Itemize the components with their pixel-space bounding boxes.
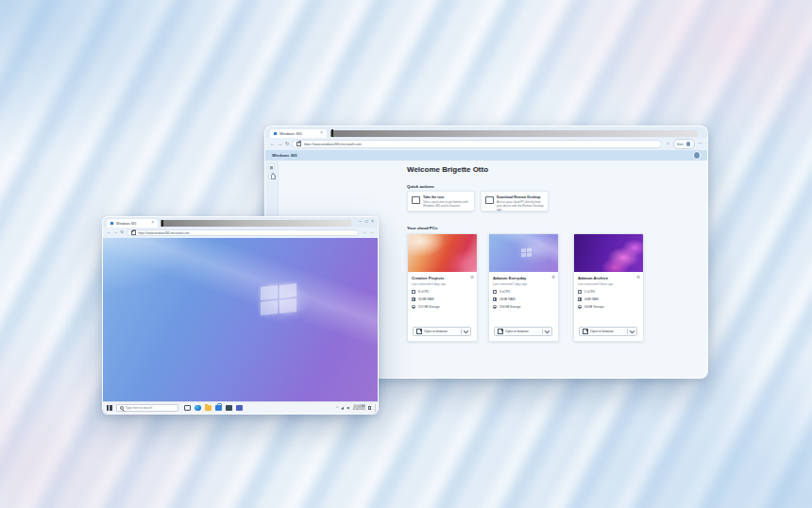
account-avatar[interactable] (693, 151, 702, 160)
browser-profile-pill[interactable]: User (673, 139, 694, 149)
address-bar-row: ← → ↻ ☆ ⋯ (103, 228, 378, 238)
forward-icon[interactable]: → (113, 230, 117, 234)
cloudpc-browser-window: Windows 365 × – □ × ← → ↻ ☆ ⋯ Type here … (102, 216, 379, 415)
open-in-browser-button[interactable]: Open in browser (579, 327, 637, 336)
nav-home-button[interactable] (268, 173, 275, 179)
open-external-icon (416, 329, 422, 334)
url-input[interactable] (138, 231, 354, 235)
open-external-icon (583, 329, 588, 334)
start-button[interactable] (107, 405, 112, 411)
gear-icon[interactable]: ⚙ (551, 276, 555, 280)
quick-actions-label: Quick actions (407, 184, 434, 189)
storage-spec: 256GB Storage (499, 305, 521, 309)
teams-icon[interactable] (236, 405, 243, 412)
network-icon[interactable] (341, 407, 344, 410)
back-icon[interactable]: ← (107, 230, 110, 234)
chevron-down-icon[interactable] (464, 329, 468, 333)
tour-monitor-icon (412, 196, 420, 204)
cpu-spec: 4 vCPU (499, 290, 510, 294)
quick-action-take-tour[interactable]: Take the tour Take a quick tour to get f… (407, 191, 475, 212)
browser-tab[interactable]: Windows 365 × (270, 129, 327, 139)
address-bar-row: ← → ↻ ☆ User ⋯ (265, 138, 707, 150)
taskbar-clock[interactable]: 10:04 AM 4/14/2021 (353, 405, 365, 412)
remote-desktop-icon (485, 196, 494, 204)
wallpaper-light-beam (103, 238, 378, 358)
tab-close-icon[interactable]: × (320, 131, 323, 136)
welcome-heading: Welcome Brigette Otto (407, 165, 649, 174)
minimize-icon[interactable]: – (359, 220, 362, 225)
storage-icon (578, 305, 582, 309)
quick-action-title: Take the tour (423, 195, 470, 199)
profile-avatar (685, 141, 692, 147)
tab-row-gradient (330, 130, 698, 137)
cloud-pc-card: Creative Projects ⚙ Last connected 3 day… (407, 233, 478, 342)
ram-spec: 32GB RAM (418, 297, 434, 301)
browser-menu-icon[interactable]: ⋯ (370, 231, 374, 235)
ram-spec: 16GB RAM (499, 297, 516, 301)
nav-menu-button[interactable] (268, 163, 275, 170)
last-connected: Last connected 2 days ago (493, 282, 527, 286)
open-external-icon (498, 329, 503, 334)
url-bar[interactable] (127, 229, 360, 237)
spec-list: 4 vCPU 16GB RAM 256GB Storage (493, 290, 521, 309)
portal-content: Welcome Brigette Otto Quick actions Take… (407, 165, 649, 174)
taskbar-search[interactable]: Type here to search (116, 404, 178, 412)
favorites-star-icon[interactable]: ☆ (363, 231, 366, 235)
chevron-down-icon[interactable] (630, 329, 634, 333)
quick-action-description: Take a quick tour to get familiar with W… (423, 200, 470, 208)
volume-icon[interactable] (347, 407, 349, 410)
windows-logo-icon (521, 248, 532, 258)
cloud-pc-card: Adatum Everyday ⚙ Last connected 2 days … (488, 233, 559, 342)
browser-menu-icon[interactable]: ⋯ (699, 142, 703, 146)
favorites-star-icon[interactable]: ☆ (666, 142, 669, 146)
tab-title: Windows 365 (116, 222, 137, 226)
task-view-icon[interactable] (184, 405, 191, 412)
open-in-browser-label: Open in browser (505, 330, 529, 333)
storage-icon (493, 305, 497, 309)
chevron-down-icon[interactable] (545, 329, 550, 333)
cloud-pc-thumbnail (574, 234, 643, 272)
tab-close-icon[interactable]: × (151, 221, 154, 226)
cloud-pc-thumbnail (489, 234, 558, 272)
browser-tab[interactable]: Windows 365 × (107, 219, 158, 228)
ram-icon (493, 297, 497, 301)
cpu-icon (493, 290, 497, 294)
notification-center-icon[interactable] (368, 406, 371, 409)
close-icon[interactable]: × (371, 220, 374, 225)
store-icon[interactable] (215, 405, 222, 412)
cloud-pc-card: Adatum Archive ⚙ Last connected 5 hours … (573, 233, 644, 342)
gear-icon[interactable]: ⚙ (636, 276, 640, 280)
button-divider (461, 329, 462, 334)
maximize-icon[interactable]: □ (365, 220, 368, 225)
open-in-browser-button[interactable]: Open in browser (413, 327, 471, 336)
cloud-pc-name: Creative Projects (412, 276, 444, 280)
system-tray: ^ 10:04 AM 4/14/2021 (336, 402, 376, 414)
tab-strip: Windows 365 × – □ × (103, 217, 378, 228)
home-icon (271, 176, 276, 178)
profile-label: User (677, 143, 684, 146)
forward-icon[interactable]: → (278, 142, 282, 146)
cpu-spec: 8 vCPU (418, 290, 429, 294)
gear-icon[interactable]: ⚙ (470, 276, 474, 280)
edge-icon[interactable] (195, 405, 201, 412)
taskbar: Type here to search ^ 10:04 AM 4/14/2021 (103, 401, 378, 414)
office-icon[interactable] (226, 405, 232, 412)
refresh-icon[interactable]: ↻ (285, 142, 289, 146)
url-input[interactable] (304, 143, 658, 146)
url-bar[interactable] (292, 140, 662, 148)
tab-favicon-icon (274, 132, 277, 135)
portal-header-bar: Windows 365 (265, 150, 707, 161)
spec-list: 2 vCPU 4GB RAM 64GB Storage (578, 290, 604, 309)
button-divider (627, 329, 628, 334)
text-caret (331, 129, 333, 137)
open-in-browser-button[interactable]: Open in browser (494, 327, 552, 336)
tab-favicon-icon (110, 222, 113, 225)
open-in-browser-label: Open in browser (590, 330, 614, 333)
portal-title: Windows 365 (272, 153, 297, 158)
quick-action-download-remote-desktop[interactable]: Download Remote Desktop Access your clou… (481, 191, 549, 212)
tray-expand-icon[interactable]: ^ (336, 407, 338, 411)
show-desktop-button[interactable] (375, 404, 376, 412)
file-explorer-icon[interactable] (205, 405, 211, 412)
refresh-icon[interactable]: ↻ (120, 230, 124, 234)
back-icon[interactable]: ← (270, 142, 275, 146)
